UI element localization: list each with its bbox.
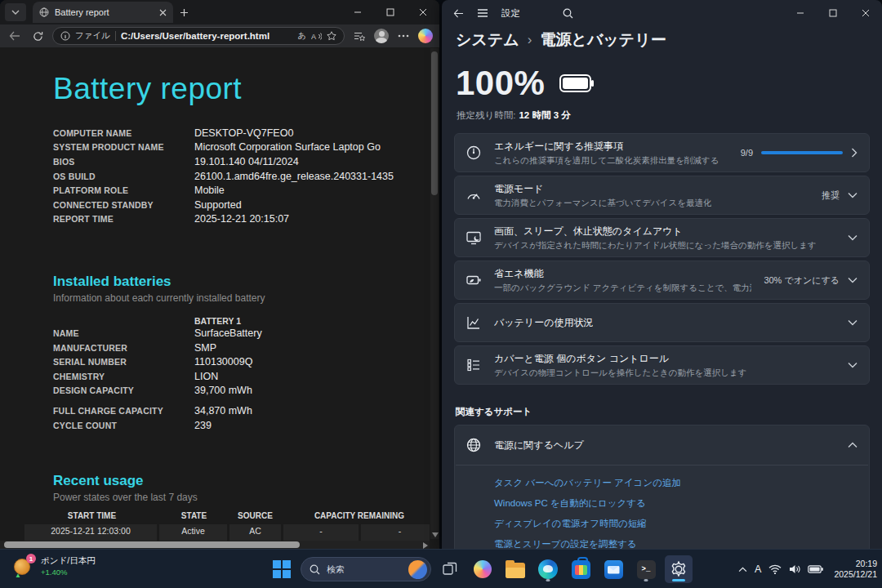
refresh-button[interactable] xyxy=(29,31,46,42)
power-help-card: 電源に関するヘルプ タスク バーへのバッテリー アイコンの追加 Windows … xyxy=(454,425,870,549)
translate-icon[interactable]: あ xyxy=(298,30,306,42)
breadcrumb-system[interactable]: システム xyxy=(456,29,519,51)
outlook-icon xyxy=(604,560,623,579)
address-bar[interactable]: ファイル C:/Users/User/battery-report.html あ… xyxy=(52,27,345,45)
ime-indicator[interactable]: A xyxy=(755,564,761,575)
profile-avatar[interactable] xyxy=(374,29,389,43)
read-aloud-icon[interactable]: A xyxy=(311,32,322,41)
taskbar-outlook-button[interactable] xyxy=(599,555,627,583)
search-placeholder: 検索 xyxy=(327,564,402,576)
search-icon xyxy=(310,564,320,575)
card-energy-saver[interactable]: 省エネ機能 一部のバックグラウンド アクティビティを制限することで、電力消費を削… xyxy=(454,261,870,300)
new-tab-button[interactable] xyxy=(180,8,189,17)
scroll-right-arrow-icon[interactable] xyxy=(423,542,428,549)
battery-label: DESIGN CAPACITY xyxy=(53,385,194,395)
usage-cell: 2025-12-21 12:03:00 xyxy=(24,524,157,541)
svg-text:A: A xyxy=(311,33,316,41)
microsoft-store-icon xyxy=(572,560,590,579)
navigation-menu-icon[interactable] xyxy=(477,9,488,17)
taskbar-terminal-button[interactable]: >_ xyxy=(632,555,660,583)
tab-search-button[interactable] xyxy=(5,3,26,21)
help-link[interactable]: タスク バーへのバッテリー アイコンの追加 xyxy=(494,477,869,489)
energy-recommendations-count: 9/9 xyxy=(741,148,753,158)
card-battery-usage[interactable]: バッテリーの使用状況 xyxy=(454,303,870,342)
info-label: REPORT TIME xyxy=(53,214,194,224)
settings-minimize-button[interactable] xyxy=(784,0,817,26)
settings-app-title: 設定 xyxy=(501,7,520,20)
more-menu-icon[interactable] xyxy=(395,34,412,38)
taskbar-edge-button[interactable] xyxy=(534,555,562,583)
power-help-header[interactable]: 電源に関するヘルプ xyxy=(455,425,869,465)
task-view-button[interactable] xyxy=(436,555,464,583)
battery-value: 39,700 mWh xyxy=(194,385,252,396)
running-indicator xyxy=(644,579,648,581)
chevron-down-icon xyxy=(848,362,858,368)
file-info-icon[interactable] xyxy=(60,31,70,41)
scroll-down-arrow-icon[interactable] xyxy=(432,532,439,537)
card-title: 電源モード xyxy=(494,182,711,196)
start-button[interactable] xyxy=(268,555,296,583)
tab-close-icon[interactable] xyxy=(159,9,167,16)
help-link[interactable]: Windows PC を自動的にロックする xyxy=(494,497,869,510)
hidden-icons-chevron[interactable] xyxy=(738,567,747,572)
edge-browser-window: Battery report ファイル C:/Users/User/ba xyxy=(0,0,439,549)
horizontal-scrollbar[interactable] xyxy=(0,541,430,549)
power-mode-value: 推奨 xyxy=(822,189,840,202)
taskbar-file-explorer-button[interactable] xyxy=(501,555,529,583)
battery-tray-icon[interactable] xyxy=(808,565,823,573)
help-link[interactable]: 電源とスリープの設定を調整する xyxy=(494,538,869,549)
close-button[interactable] xyxy=(407,0,439,24)
settings-gear-icon xyxy=(670,560,688,578)
info-value: 2025-12-21 20:15:07 xyxy=(194,213,289,225)
taskbar-store-button[interactable] xyxy=(567,555,595,583)
copilot-sidebar-icon[interactable] xyxy=(418,29,433,43)
clock[interactable]: 20:19 2025/12/21 xyxy=(831,559,877,580)
copilot-icon xyxy=(474,560,492,578)
report-title: Battery report xyxy=(53,72,430,106)
horizontal-scrollbar-thumb[interactable] xyxy=(4,541,300,548)
battery-column-header: BATTERY 1 xyxy=(194,316,241,326)
widgets-button[interactable]: 1 ▲ ポンド/日本円 +1.40% xyxy=(8,554,100,578)
search-highlight-image[interactable] xyxy=(408,560,427,579)
wifi-icon[interactable] xyxy=(768,564,782,574)
settings-close-button[interactable] xyxy=(849,0,882,26)
favorite-star-icon[interactable] xyxy=(327,31,336,41)
card-lid-power-buttons[interactable]: カバーと電源 個のボタン コントロール デバイスの物理コントロールを操作したとき… xyxy=(454,345,870,385)
card-power-mode[interactable]: 電源モード 電力消費とパフォーマンスに基づいてデバイスを最適化 推奨 xyxy=(454,176,870,215)
settings-back-icon[interactable] xyxy=(453,9,464,18)
usage-cell: - xyxy=(361,524,430,541)
minimize-button[interactable] xyxy=(341,0,374,24)
card-subtitle: デバイスが指定された時間にわたりアイドル状態になった場合の動作を選択します xyxy=(494,240,817,252)
battery-usage-icon xyxy=(466,314,482,331)
tray-date: 2025/12/21 xyxy=(834,569,877,580)
maximize-button[interactable] xyxy=(374,0,407,24)
system-info-table: COMPUTER NAMEDESKTOP-VQ7FEO0 SYSTEM PROD… xyxy=(53,126,430,226)
back-button[interactable] xyxy=(7,31,23,41)
address-url[interactable]: C:/Users/User/battery-report.html xyxy=(121,31,293,41)
card-energy-recommendations[interactable]: エネルギーに関する推奨事項 これらの推奨事項を適用して二酸化炭素排出量を削減する… xyxy=(454,133,870,172)
estimated-time: 推定残り時間:12 時間 3 分 xyxy=(442,103,882,122)
collections-icon[interactable] xyxy=(351,31,368,42)
card-screen-sleep-timeouts[interactable]: 画面、スリープ、休止状態のタイムアウト デバイスが指定された時間にわたりアイドル… xyxy=(454,218,870,257)
recent-usage-heading: Recent usage xyxy=(53,473,430,489)
vertical-scrollbar[interactable] xyxy=(430,48,439,539)
tray-time: 20:19 xyxy=(834,559,877,569)
taskbar-copilot-button[interactable] xyxy=(469,555,497,583)
power-help-title: 電源に関するヘルプ xyxy=(494,439,584,452)
card-subtitle: デバイスの物理コントロールを操作したときの動作を選択します xyxy=(494,368,746,379)
help-link[interactable]: ディスプレイの電源オフ時間の短縮 xyxy=(494,518,869,530)
settings-maximize-button[interactable] xyxy=(817,0,849,26)
taskbar-search[interactable]: 検索 xyxy=(301,557,431,581)
card-title: エネルギーに関する推奨事項 xyxy=(494,140,719,154)
globe-favicon-icon xyxy=(39,7,49,17)
volume-icon[interactable] xyxy=(789,564,800,574)
taskbar-settings-button[interactable] xyxy=(665,555,693,583)
battery-value: 34,870 mWh xyxy=(194,405,252,416)
estimated-time-value: 12 時間 3 分 xyxy=(519,110,570,120)
vertical-scrollbar-thumb[interactable] xyxy=(431,51,438,195)
card-title: バッテリーの使用状況 xyxy=(494,316,593,330)
info-label: BIOS xyxy=(53,157,194,167)
settings-search-icon[interactable] xyxy=(563,8,573,19)
chevron-down-icon xyxy=(848,319,858,326)
browser-tab[interactable]: Battery report xyxy=(33,2,173,23)
